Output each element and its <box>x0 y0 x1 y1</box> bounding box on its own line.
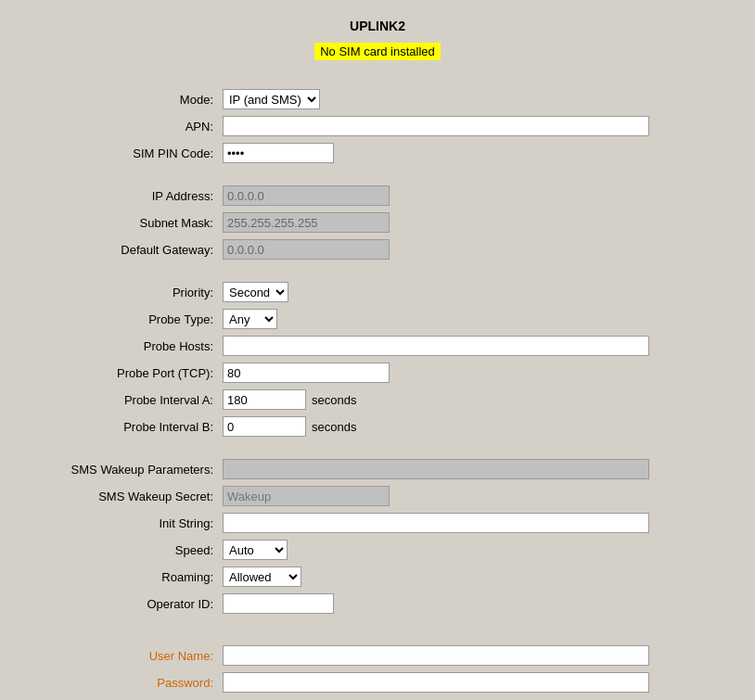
speed-select[interactable]: Auto 9600 19200 38400 57600 115200 <box>223 540 288 560</box>
priority-select[interactable]: First Second Third <box>223 282 288 302</box>
probe-interval-b-row: Probe Interval B: seconds <box>37 415 718 438</box>
subnet-mask-input <box>223 212 390 233</box>
probe-interval-a-suffix: seconds <box>312 393 356 407</box>
sim-warning-row: No SIM card installed <box>37 43 718 75</box>
speed-label: Speed: <box>37 543 223 557</box>
ip-address-label: IP Address: <box>37 189 223 203</box>
probe-hosts-label: Probe Hosts: <box>37 339 223 353</box>
operator-id-row: Operator ID: <box>37 592 718 615</box>
probe-port-row: Probe Port (TCP): <box>37 362 718 384</box>
priority-row: Priority: First Second Third <box>37 281 718 303</box>
subnet-mask-label: Subnet Mask: <box>37 216 223 230</box>
probe-hosts-input[interactable] <box>223 336 649 356</box>
probe-type-label: Probe Type: <box>37 312 223 326</box>
mode-select[interactable]: IP (and SMS) IP only SMS only <box>223 89 320 109</box>
subnet-mask-row: Subnet Mask: <box>37 211 718 234</box>
sms-wakeup-params-row: SMS Wakeup Parameters: <box>37 458 718 480</box>
roaming-row: Roaming: Allowed Forbidden <box>37 566 718 588</box>
probe-type-select[interactable]: Any ICMP TCP <box>223 309 277 329</box>
mode-row: Mode: IP (and SMS) IP only SMS only <box>37 88 718 110</box>
ip-address-row: IP Address: <box>37 185 718 207</box>
user-name-label: User Name: <box>37 649 223 663</box>
sms-wakeup-secret-row: SMS Wakeup Secret: <box>37 485 718 507</box>
mode-section: Mode: IP (and SMS) IP only SMS only APN:… <box>37 88 718 164</box>
sim-warning: No SIM card installed <box>314 43 441 60</box>
user-name-row: User Name: <box>37 644 718 667</box>
sim-pin-input[interactable] <box>223 143 334 163</box>
probe-interval-a-label: Probe Interval A: <box>37 393 223 407</box>
password-input[interactable] <box>223 672 649 693</box>
page-container: UPLINK2 No SIM card installed Mode: IP (… <box>0 0 755 700</box>
ip-address-input <box>223 185 390 206</box>
default-gateway-input <box>223 239 390 260</box>
probe-interval-a-input[interactable] <box>223 389 306 410</box>
probe-section: Priority: First Second Third Probe Type:… <box>37 281 718 438</box>
probe-port-input[interactable] <box>223 363 390 383</box>
roaming-label: Roaming: <box>37 570 223 584</box>
mode-label: Mode: <box>37 93 223 107</box>
page-title: UPLINK2 <box>37 19 718 33</box>
sms-wakeup-params-label: SMS Wakeup Parameters: <box>37 463 223 477</box>
sms-section: SMS Wakeup Parameters: SMS Wakeup Secret… <box>37 458 718 615</box>
roaming-select[interactable]: Allowed Forbidden <box>223 566 301 587</box>
apn-label: APN: <box>37 120 223 134</box>
init-string-row: Init String: <box>37 512 718 534</box>
sim-pin-row: SIM PIN Code: <box>37 142 718 164</box>
password-label: Password: <box>37 676 223 690</box>
title-row: UPLINK2 <box>37 19 718 33</box>
network-section: IP Address: Subnet Mask: Default Gateway… <box>37 185 718 261</box>
probe-hosts-row: Probe Hosts: <box>37 335 718 357</box>
password-row: Password: <box>37 671 718 694</box>
sms-wakeup-secret-input <box>223 486 390 506</box>
sms-wakeup-secret-label: SMS Wakeup Secret: <box>37 490 223 503</box>
probe-interval-b-label: Probe Interval B: <box>37 420 223 434</box>
apn-row: APN: <box>37 115 718 137</box>
user-name-input[interactable] <box>223 645 649 666</box>
speed-row: Speed: Auto 9600 19200 38400 57600 11520… <box>37 539 718 561</box>
operator-id-label: Operator ID: <box>37 597 223 611</box>
probe-interval-a-row: Probe Interval A: seconds <box>37 388 718 411</box>
probe-port-label: Probe Port (TCP): <box>37 366 223 380</box>
operator-id-input[interactable] <box>223 593 334 614</box>
default-gateway-row: Default Gateway: <box>37 238 718 261</box>
init-string-input[interactable] <box>223 513 649 533</box>
sms-wakeup-params-input <box>223 459 649 479</box>
probe-type-row: Probe Type: Any ICMP TCP <box>37 308 718 330</box>
sim-pin-label: SIM PIN Code: <box>37 146 223 160</box>
probe-interval-b-input[interactable] <box>223 416 306 437</box>
default-gateway-label: Default Gateway: <box>37 243 223 257</box>
priority-label: Priority: <box>37 286 223 299</box>
credentials-section: User Name: Password: <box>37 644 718 694</box>
probe-interval-b-suffix: seconds <box>312 420 356 434</box>
apn-input[interactable] <box>223 116 649 136</box>
init-string-label: Init String: <box>37 516 223 530</box>
